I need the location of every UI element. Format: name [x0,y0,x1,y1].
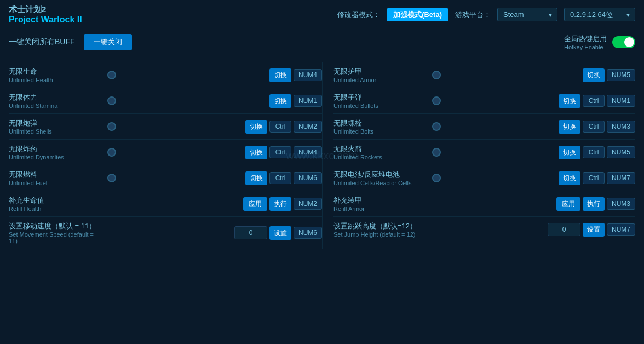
cheat-name-en-refill-health: Refill Health [9,205,102,212]
set-speed[interactable]: 设置 [269,226,291,240]
version-select[interactable]: 0.2.9.12 64位 [564,8,635,21]
controls-bullets: 切换 Ctrl NUM1 [559,94,635,108]
set-jump[interactable]: 设置 [583,223,605,237]
key-ctrl-dynamites: Ctrl [269,146,291,158]
platform-select[interactable]: Steam [497,8,557,21]
cheat-row: 补充生命值 Refill Health 应用 执行 NUM2 [9,191,322,217]
key-shells: NUM2 [294,121,322,133]
switch-rockets[interactable]: 切换 [559,146,580,159]
platform-label: 游戏平台： [455,10,491,20]
switch-armor[interactable]: 切换 [583,68,605,82]
toggle-armor[interactable] [432,71,441,79]
one-click-button[interactable]: 一键关闭 [84,34,132,50]
toggle-fuel[interactable] [107,174,116,182]
header-right: 修改器模式： 加强模式(Beta) 游戏平台： Steam 0.2.9.12 6… [337,8,635,21]
key-health: NUM4 [294,69,322,81]
cheat-row: 无限生命 Unlimited Health 切换 NUM4 [9,62,322,88]
key-rockets: NUM5 [607,146,635,158]
cheat-name-cn-armor: 无限护甲 [334,67,427,77]
controls-rockets: 切换 Ctrl NUM5 [559,146,635,159]
controls-stamina: 切换 NUM1 [269,94,322,108]
cheat-info-shells: 无限炮弹 Unlimited Shells [9,118,102,135]
key-bolts: NUM3 [607,121,635,133]
execute-refill-armor[interactable]: 执行 [583,197,605,211]
cheat-name-cn-jump: 设置跳跃高度（默认=12） [334,221,427,231]
cheat-name-cn-dynamites: 无限炸药 [9,144,102,154]
cheat-row: 无限体力 Unlimited Stamina 切换 NUM1 [9,88,322,114]
cheat-name-en-jump: Set Jump Height (default = 12) [334,231,427,238]
cheat-name-en-dynamites: Unlimited Dynamites [9,154,102,160]
cheat-info-fuel: 无限燃料 Unlimited Fuel [9,170,102,186]
cheat-name-cn-shells: 无限炮弹 [9,118,102,128]
main-content: 一键关闭所有BUFF 一键关闭 全局热键启用 Hotkey Enable www… [0,28,644,254]
cheat-info-health: 无限生命 Unlimited Health [9,67,102,83]
cheats-grid: 无限生命 Unlimited Health 切换 NUM4 无限体力 [9,62,635,249]
cheats-container: www.kkxc.com 无限生命 Unlimited Health 切换 NU… [9,62,635,249]
key-cells: NUM7 [607,172,635,184]
switch-stamina[interactable]: 切换 [269,94,291,108]
switch-bolts[interactable]: 切换 [559,120,580,134]
cheat-info-refill-armor: 补充装甲 Refill Armor [334,196,427,212]
hotkey-toggle[interactable] [612,36,635,48]
controls-health: 切换 NUM4 [269,68,322,82]
switch-fuel[interactable]: 切换 [245,171,267,185]
key-ctrl-rockets: Ctrl [583,146,605,158]
toggle-bolts[interactable] [432,122,441,131]
switch-dynamites[interactable]: 切换 [245,146,267,159]
cheat-name-en-rockets: Unlimited Rockets [334,154,427,160]
toggle-dynamites[interactable] [107,148,116,157]
cheat-info-rockets: 无限火箭 Unlimited Rockets [334,144,427,160]
top-bar: 一键关闭所有BUFF 一键关闭 全局热键启用 Hotkey Enable [9,34,635,55]
switch-bullets[interactable]: 切换 [559,94,580,108]
platform-select-wrapper[interactable]: Steam [497,8,557,21]
cheat-name-en-speed: Set Movement Speed (default = 11) [9,231,102,244]
controls-speed: 设置 NUM6 [234,226,322,240]
key-dynamites: NUM4 [294,146,322,158]
key-refill-health: NUM2 [294,198,322,210]
cheat-row: 无限燃料 Unlimited Fuel 切换 Ctrl NUM6 [9,165,322,191]
key-ctrl-bullets: Ctrl [583,95,605,107]
toggle-rockets[interactable] [432,148,441,157]
switch-cells[interactable]: 切换 [559,171,580,185]
apply-refill-armor[interactable]: 应用 [556,197,580,211]
key-jump: NUM7 [607,223,635,236]
app-container: 术士计划2 Project Warlock II 修改器模式： 加强模式(Bet… [0,0,644,254]
toggle-shells[interactable] [107,122,116,131]
cheat-info-cells: 无限电池/反应堆电池 Unlimited Cells/Reactor Cells [334,170,427,186]
execute-refill-health[interactable]: 执行 [269,197,291,211]
toggle-stamina[interactable] [107,96,116,105]
header: 术士计划2 Project Warlock II 修改器模式： 加强模式(Bet… [0,0,644,28]
hotkey-label-cn: 全局热键启用 [564,34,607,44]
cheat-info-bullets: 无限子弹 Unlimited Bullets [334,93,427,109]
controls-shells: 切换 Ctrl NUM2 [245,120,322,134]
cheat-name-en-bolts: Unlimited Bolts [334,128,427,135]
cheat-name-cn-refill-health: 补充生命值 [9,196,102,205]
key-ctrl-shells: Ctrl [269,121,291,133]
title-en: Project Warlock II [9,15,82,25]
key-bullets: NUM1 [607,95,635,107]
controls-bolts: 切换 Ctrl NUM3 [559,120,635,134]
jump-input[interactable] [548,223,580,236]
speed-input[interactable] [234,226,267,239]
apply-refill-health[interactable]: 应用 [243,197,267,211]
hotkey-text: 全局热键启用 Hotkey Enable [564,34,607,50]
version-select-wrapper[interactable]: 0.2.9.12 64位 [564,8,635,21]
cheat-row: 无限火箭 Unlimited Rockets 切换 Ctrl NUM5 [334,140,635,165]
toggle-cells[interactable] [432,174,441,182]
toggle-bullets[interactable] [432,96,441,105]
header-left: 术士计划2 Project Warlock II [9,4,82,25]
key-speed: NUM6 [294,227,322,239]
switch-shells[interactable]: 切换 [245,120,267,134]
beta-badge: 加强模式(Beta) [387,8,449,21]
cheat-row: 设置跳跃高度（默认=12） Set Jump Height (default =… [334,217,635,242]
title-cn: 术士计划2 [9,4,82,15]
cheat-row: 无限炸药 Unlimited Dynamites 切换 Ctrl NUM4 [9,140,322,165]
cheat-name-en-bullets: Unlimited Bullets [334,102,427,109]
cheat-name-cn-health: 无限生命 [9,67,102,77]
cheat-name-en-armor: Unlimited Armor [334,77,427,83]
key-fuel: NUM6 [294,172,322,184]
cheat-name-cn-speed: 设置移动速度（默认 = 11） [9,221,102,231]
switch-health[interactable]: 切换 [269,68,291,82]
toggle-health[interactable] [107,71,116,79]
cheat-name-cn-stamina: 无限体力 [9,93,102,102]
